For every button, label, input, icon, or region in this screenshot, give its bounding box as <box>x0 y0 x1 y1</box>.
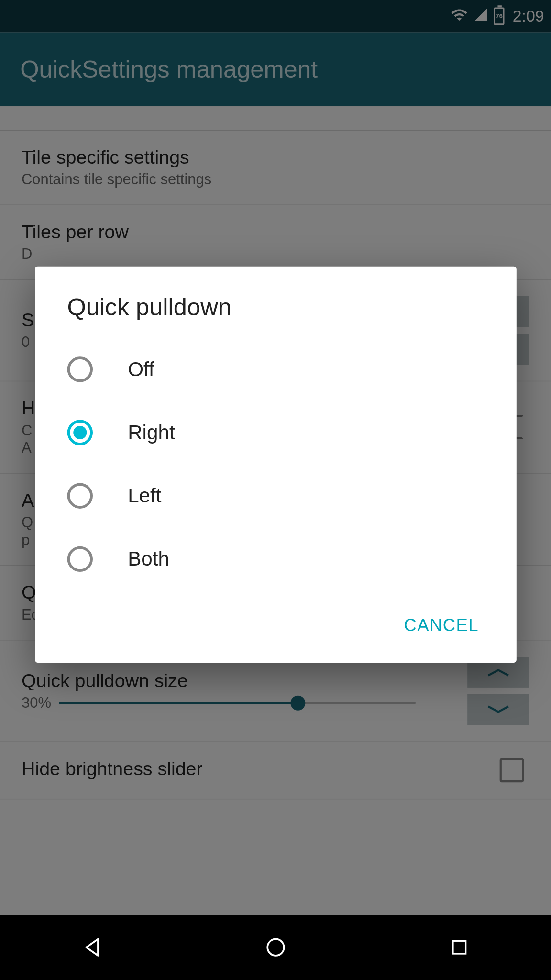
radio-icon <box>67 483 93 509</box>
svg-rect-1 <box>452 941 465 954</box>
radio-icon <box>67 356 93 382</box>
radio-icon <box>67 546 93 572</box>
radio-label: Both <box>128 547 169 570</box>
radio-label: Left <box>128 484 161 507</box>
radio-option-off[interactable]: Off <box>35 338 517 401</box>
quick-pulldown-dialog: Quick pulldown Off Right Left Both CANCE… <box>35 267 517 663</box>
dialog-title: Quick pulldown <box>35 267 517 338</box>
cancel-button[interactable]: CANCEL <box>393 607 490 644</box>
radio-label: Right <box>128 421 175 444</box>
radio-option-left[interactable]: Left <box>35 464 517 527</box>
radio-option-both[interactable]: Both <box>35 527 517 590</box>
recents-button[interactable] <box>439 927 479 967</box>
radio-label: Off <box>128 358 154 381</box>
svg-point-0 <box>267 939 284 955</box>
home-button[interactable] <box>255 927 296 967</box>
back-button[interactable] <box>72 927 112 967</box>
radio-option-right[interactable]: Right <box>35 401 517 464</box>
radio-icon <box>67 420 93 445</box>
navigation-bar <box>0 915 551 980</box>
